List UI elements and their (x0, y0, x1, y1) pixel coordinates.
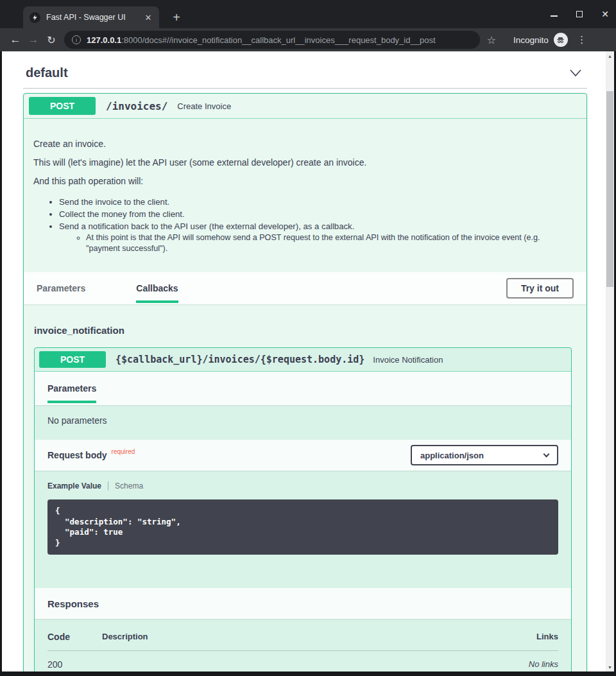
tab-callbacks[interactable]: Callbacks (136, 283, 178, 293)
scrollbar-down-icon[interactable]: ▼ (608, 663, 612, 672)
responses-table: Code Description Links 200 Successful Re… (35, 619, 571, 672)
maximize-button[interactable] (575, 10, 584, 19)
list-item: At this point is that the API will someh… (86, 232, 556, 254)
content-type-value: application/json (420, 451, 484, 460)
responses-title: Responses (47, 598, 99, 609)
page-viewport: default POST /invoices/ Create Invoice C… (2, 51, 606, 672)
column-code: Code (47, 632, 102, 642)
site-info-icon[interactable]: i (72, 35, 81, 44)
response-links: No links (520, 659, 558, 672)
maximize-icon (576, 11, 583, 17)
window-content: default POST /invoices/ Create Invoice C… (0, 51, 616, 676)
close-window-button[interactable]: ✕ (601, 10, 610, 19)
list-item: Send a notification back to the API user… (59, 221, 556, 254)
opblock-callback-post: POST {$callback_url}/invoices/{$request.… (34, 347, 572, 672)
browser-toolbar: ← → ↻ i 127.0.0.1:8000/docs#//invoice_no… (0, 28, 616, 51)
chevron-down-icon (543, 451, 550, 457)
opblock-post-invoices: POST /invoices/ Create Invoice Create an… (23, 93, 587, 672)
new-tab-button[interactable]: + (168, 9, 185, 26)
tab-title: Fast API - Swagger UI (46, 13, 139, 22)
request-body-label-group: Request body required (47, 450, 135, 460)
description-list: Send the invoice to the client. Collect … (33, 197, 556, 254)
callback-path: {$callback_url}/invoices/{$request.body.… (116, 354, 364, 365)
method-badge: POST (29, 97, 96, 115)
browser-titlebar: Fast API - Swagger UI ✕ + ✕ (0, 0, 616, 28)
request-body-example: Example Value Schema { "description": "s… (35, 471, 571, 588)
incognito-icon (554, 33, 568, 47)
operation-description: Create an invoice. This will (let's imag… (24, 119, 586, 272)
back-button[interactable]: ← (6, 31, 24, 49)
url-host: 127.0.0.1 (87, 35, 121, 45)
tab-callback-parameters[interactable]: Parameters (47, 383, 96, 394)
minimize-button[interactable] (549, 10, 558, 19)
responses-table-head: Code Description Links (47, 632, 558, 651)
description-sublist: At this point is that the API will someh… (59, 232, 556, 254)
scrollbar-up-icon[interactable]: ▲ (608, 51, 612, 60)
callback-name: invoice_notification (34, 325, 572, 336)
reload-button[interactable]: ↻ (42, 31, 60, 49)
method-badge: POST (39, 351, 106, 368)
response-code: 200 (47, 659, 102, 672)
fastapi-favicon-icon (30, 12, 40, 23)
list-item: Send the invoice to the client. (59, 197, 556, 207)
callback-parameters-header: Parameters (35, 372, 571, 405)
response-row-200: 200 Successful Response No links (47, 651, 558, 672)
required-badge: required (112, 448, 135, 455)
list-item: Collect the money from the client. (59, 209, 556, 219)
example-schema-tabs: Example Value Schema (47, 481, 558, 490)
tag-section-title: default (26, 65, 68, 80)
description-paragraph: This will (let's imagine) let the API us… (33, 157, 556, 168)
browser-window: Fast API - Swagger UI ✕ + ✕ ← → ↻ i 127.… (0, 0, 616, 676)
column-description: Description (102, 632, 520, 642)
browser-menu-icon[interactable]: ⋮ (576, 34, 588, 46)
collapse-chevron-icon[interactable] (569, 68, 583, 78)
content-type-select[interactable]: application/json (411, 445, 558, 465)
tag-section-header[interactable]: default (23, 65, 587, 80)
browser-tab[interactable]: Fast API - Swagger UI ✕ (23, 6, 159, 28)
tab-close-icon[interactable]: ✕ (142, 12, 154, 23)
tab-example-value[interactable]: Example Value (47, 481, 101, 490)
description-paragraph: And this path operation will: (33, 176, 556, 186)
url-text: 127.0.0.1:8000/docs#//invoice_notificati… (87, 35, 436, 45)
tab-schema[interactable]: Schema (115, 481, 143, 490)
minimize-icon (551, 15, 558, 17)
operation-path: /invoices/ (106, 100, 167, 112)
section-divider (23, 88, 587, 89)
window-controls: ✕ (549, 0, 610, 28)
forward-button[interactable]: → (24, 31, 42, 49)
tab-separator (108, 481, 108, 490)
no-parameters-message: No parameters (35, 405, 571, 437)
tab-parameters[interactable]: Parameters (37, 283, 85, 293)
callbacks-section: invoice_notification POST {$callback_url… (24, 304, 586, 672)
opblock-summary[interactable]: POST /invoices/ Create Invoice (24, 94, 586, 119)
incognito-indicator: Incognito (513, 33, 568, 47)
callback-summary[interactable]: POST {$callback_url}/invoices/{$request.… (35, 348, 571, 372)
bookmark-star-icon[interactable]: ☆ (484, 34, 499, 46)
request-body-label: Request body (47, 450, 107, 460)
operation-summary: Create Invoice (177, 101, 231, 111)
page-scrollbar[interactable]: ▲ ▼ (606, 51, 614, 672)
callback-summary-text: Invoice Notification (373, 355, 443, 365)
try-it-out-button[interactable]: Try it out (506, 278, 574, 299)
swagger-ui: default POST /invoices/ Create Invoice C… (2, 51, 606, 672)
incognito-label: Incognito (513, 35, 549, 45)
example-code-block[interactable]: { "description": "string", "paid": true … (47, 499, 558, 555)
url-path: :8000/docs#//invoice_notification__callb… (121, 35, 435, 45)
request-body-header: Request body required application/json (35, 440, 571, 471)
scrollbar-thumb[interactable] (606, 91, 613, 287)
column-links: Links (520, 632, 558, 642)
response-description: Successful Response (102, 670, 520, 672)
responses-header: Responses (35, 588, 571, 619)
address-bar[interactable]: i 127.0.0.1:8000/docs#//invoice_notifica… (64, 31, 480, 49)
description-paragraph: Create an invoice. (33, 139, 556, 149)
operation-tabs-header: Parameters Callbacks Try it out (24, 272, 586, 304)
